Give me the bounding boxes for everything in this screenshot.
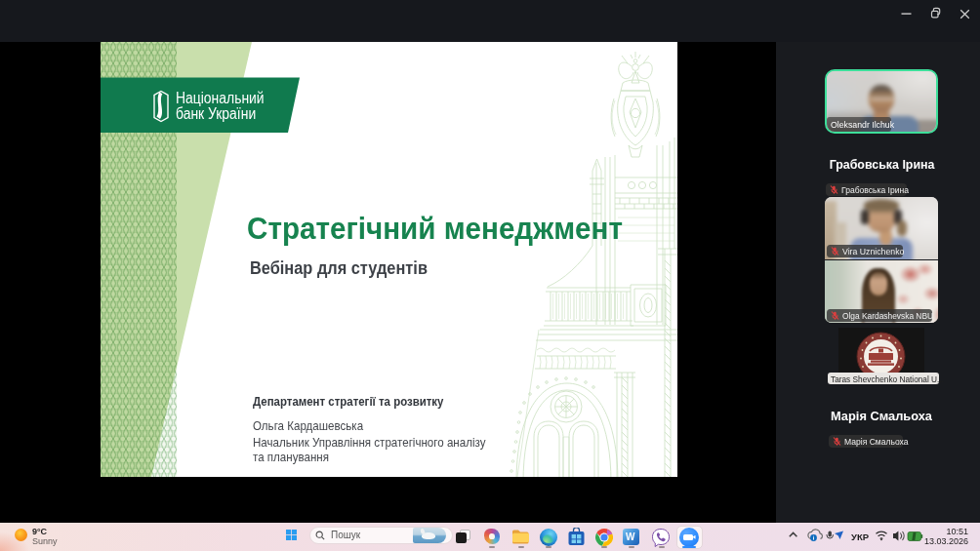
svg-text:УКР: УКР (851, 531, 870, 542)
